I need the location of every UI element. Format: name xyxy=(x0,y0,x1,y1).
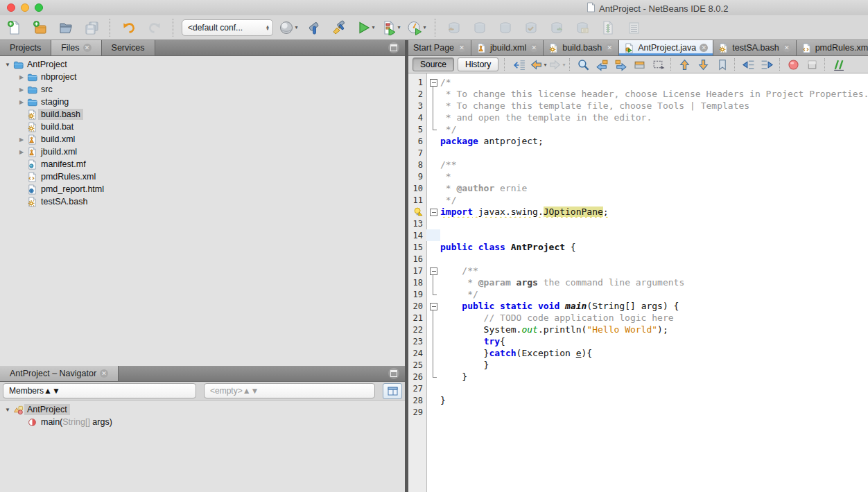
code-text[interactable]: * To change this license header, choose … xyxy=(440,88,868,100)
dropdown-caret-icon[interactable]: ▾ xyxy=(423,24,426,30)
code-text[interactable]: * xyxy=(440,170,868,182)
code-text[interactable]: * and open the template in the editor. xyxy=(440,112,868,123)
tree-item-label[interactable]: build.bash xyxy=(38,109,83,120)
tab-services[interactable]: Services xyxy=(102,40,155,55)
stop-macro-button[interactable] xyxy=(804,58,820,72)
tree-item-label[interactable]: AntProject xyxy=(24,404,70,415)
line-number[interactable]: 28 xyxy=(408,396,426,405)
configuration-select[interactable]: <default conf...▲▼ xyxy=(182,19,273,36)
tab-projects[interactable]: Projects xyxy=(0,40,51,55)
editor-tab-build-bash[interactable]: build.bash✕ xyxy=(544,40,619,55)
db-1-button[interactable] xyxy=(469,17,490,38)
close-window-button[interactable] xyxy=(7,3,15,12)
diff-button[interactable] xyxy=(598,17,618,38)
zoom-window-button[interactable] xyxy=(35,3,43,12)
comment-button[interactable] xyxy=(830,58,847,72)
fold-collapse-icon[interactable] xyxy=(430,303,437,310)
code-text[interactable]: try{ xyxy=(440,335,868,347)
tree-row[interactable]: ▶jbuild.xml xyxy=(0,146,405,158)
toggle-bookmark-button[interactable] xyxy=(713,58,730,72)
db-note-button[interactable] xyxy=(572,17,593,38)
tree-item-label[interactable]: nbproject xyxy=(38,71,79,82)
db-push-button[interactable] xyxy=(546,17,567,38)
code-line-3[interactable]: 3 * To change this template file, choose… xyxy=(408,100,868,112)
tree-row[interactable]: pmdRules.xml xyxy=(0,170,405,183)
tree-item-label[interactable]: AntProject xyxy=(24,59,70,70)
close-icon[interactable]: ✕ xyxy=(530,44,538,52)
code-text[interactable]: */ xyxy=(440,123,868,135)
new-file-button[interactable] xyxy=(4,17,25,38)
last-edit-button[interactable] xyxy=(511,58,528,72)
code-fold-open[interactable] xyxy=(426,265,440,276)
line-number[interactable]: 25 xyxy=(408,360,426,370)
dropdown-caret-icon[interactable]: ▾ xyxy=(372,24,374,30)
back-button[interactable]: ▾ xyxy=(530,58,546,72)
code-text[interactable]: } xyxy=(440,394,868,406)
code-text[interactable]: package antproject; xyxy=(440,135,868,147)
code-line-15[interactable]: 15public class AntProject { xyxy=(408,241,868,253)
close-icon[interactable]: ✕ xyxy=(83,44,92,52)
line-number[interactable]: 27 xyxy=(408,384,426,394)
code-line-6[interactable]: 6package antproject; xyxy=(408,135,868,147)
expander-collapsed-icon[interactable]: ▶ xyxy=(17,137,26,143)
code-line-5[interactable]: 5 */ xyxy=(408,123,868,135)
undo-button[interactable] xyxy=(119,17,139,38)
dropdown-caret-icon[interactable]: ▾ xyxy=(562,62,565,68)
line-number[interactable]: 10 xyxy=(408,184,426,193)
line-number[interactable]: 5 xyxy=(408,125,426,134)
globe-button[interactable]: ▾ xyxy=(278,17,299,38)
line-number[interactable]: 6 xyxy=(408,137,426,146)
line-number[interactable]: 11 xyxy=(408,195,426,205)
build-button[interactable] xyxy=(304,17,324,38)
code-text[interactable]: */ xyxy=(440,194,868,206)
code-line-2[interactable]: 2 * To change this license header, choos… xyxy=(408,88,868,100)
code-line-28[interactable]: 28} xyxy=(408,394,868,406)
navigator-view-select[interactable]: Members ▲▼ xyxy=(3,383,196,398)
shift-right-button[interactable] xyxy=(758,58,775,72)
line-number[interactable]: 23 xyxy=(408,337,426,346)
code-line-8[interactable]: 8/** xyxy=(408,159,868,170)
code-line-20[interactable]: 20 public static void main(String[] args… xyxy=(408,300,868,312)
code-editor[interactable]: 1/*2 * To change this license header, ch… xyxy=(408,73,868,492)
tree-row[interactable]: main(String[] args) xyxy=(0,416,405,428)
code-line-9[interactable]: 9 * xyxy=(408,170,868,182)
editor-tab-jbuild-xml[interactable]: jbuild.xml✕ xyxy=(471,40,544,55)
source-view-button[interactable]: Source xyxy=(413,58,454,71)
profile-button[interactable]: ▾ xyxy=(406,17,427,38)
find-prev-button[interactable] xyxy=(593,58,610,72)
close-icon[interactable]: ✕ xyxy=(100,369,108,378)
fold-collapse-icon[interactable] xyxy=(430,79,437,87)
files-tree[interactable]: ▼AntProject▶nbproject▶src▶stagingbuild.b… xyxy=(0,56,405,366)
line-number[interactable]: 1 xyxy=(408,78,426,87)
expander-collapsed-icon[interactable]: ▶ xyxy=(17,87,26,93)
prev-bookmark-button[interactable] xyxy=(676,58,693,72)
line-number[interactable]: 24 xyxy=(408,349,426,358)
code-line-24[interactable]: 24 }catch(Exception e){ xyxy=(408,347,868,359)
line-number[interactable]: 14 xyxy=(408,231,426,240)
expander-collapsed-icon[interactable]: ▶ xyxy=(17,149,26,155)
expander-collapsed-icon[interactable]: ▶ xyxy=(17,99,26,105)
code-text[interactable]: System.out.println("Hello World"); xyxy=(440,324,868,335)
minimize-window-button[interactable] xyxy=(21,3,29,12)
tree-row[interactable]: ▼AntProject xyxy=(0,58,405,71)
code-line-10[interactable]: 10 * @author ernie xyxy=(408,182,868,194)
code-line-17[interactable]: 17 /** xyxy=(408,265,868,276)
code-line-4[interactable]: 4 * and open the template in the editor. xyxy=(408,112,868,123)
minimize-panel-icon[interactable] xyxy=(388,368,399,379)
line-number[interactable]: 22 xyxy=(408,325,426,335)
warning-hint-icon[interactable] xyxy=(408,207,426,216)
code-line-27[interactable]: 27 xyxy=(408,383,868,394)
db-verify-button[interactable] xyxy=(521,17,541,38)
tree-item-label[interactable]: main(String[] args) xyxy=(38,416,115,428)
close-icon[interactable]: ✕ xyxy=(458,44,466,52)
code-text[interactable]: * @param args the command line arguments xyxy=(440,276,868,288)
line-number[interactable]: 3 xyxy=(408,101,426,111)
tree-item-label[interactable]: build.xml xyxy=(38,134,78,145)
code-text[interactable]: public static void main(String[] args) { xyxy=(440,300,868,312)
tree-item-label[interactable]: testSA.bash xyxy=(38,196,90,207)
line-number[interactable]: 15 xyxy=(408,243,426,252)
dropdown-caret-icon[interactable]: ▾ xyxy=(544,62,546,68)
history-view-button[interactable]: History xyxy=(458,58,498,71)
code-text[interactable]: } xyxy=(440,359,868,371)
changes-list-button[interactable] xyxy=(623,17,644,38)
